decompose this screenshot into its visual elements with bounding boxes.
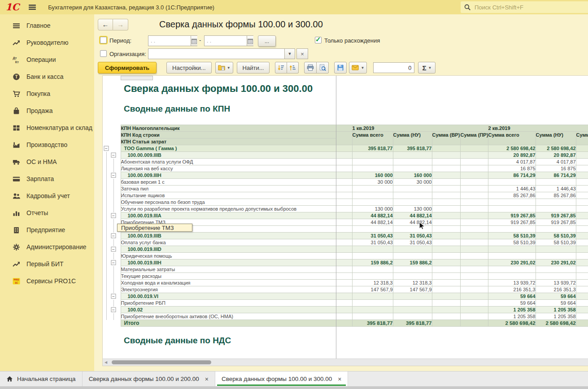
period-to-input[interactable] <box>205 36 247 46</box>
forward-button[interactable]: → <box>113 19 128 30</box>
row-value: 1 205 358 <box>536 313 576 320</box>
period-more-button[interactable]: ... <box>258 35 276 47</box>
tab-close-icon[interactable]: × <box>338 376 341 383</box>
collapse-group-button[interactable]: − <box>111 247 116 252</box>
report-row[interactable]: Электроэнергия147 567,9147 567,9216 351,… <box>103 286 588 293</box>
sortu-icon <box>289 65 296 71</box>
report-row[interactable]: Лицензия на веб кассу16 87516 875 <box>103 165 588 172</box>
report-row[interactable]: Юридическая помощь <box>103 253 588 259</box>
sidebar-item-2[interactable]: ДтКтОперации <box>0 51 94 68</box>
collapse-group-button[interactable]: − <box>111 294 116 299</box>
period-from-input[interactable] <box>148 36 191 46</box>
sidebar-item-13[interactable]: Администрирование <box>0 238 94 255</box>
report-row[interactable]: Холодная вода и канализация12 318,312 31… <box>103 280 588 286</box>
row-value <box>460 172 488 179</box>
report-row[interactable]: −100.00.009.IIIB20 892,8720 892,87 <box>103 152 588 159</box>
collapse-group-button[interactable]: − <box>111 233 116 238</box>
report-row[interactable]: Материальные затраты <box>103 266 588 273</box>
sidebar-item-5[interactable]: Продажа <box>0 102 94 119</box>
only-differences-checkbox[interactable] <box>315 37 322 43</box>
window-tab-2[interactable]: Сверка данных формы 100.00 и 300.00× <box>215 372 348 386</box>
report-row[interactable]: −100.00.019.IIIH159 886,2159 886,2230 29… <box>103 259 588 266</box>
report-row[interactable]: Обучение персонала по безоп труда <box>103 199 588 206</box>
collapse-group-button[interactable]: − <box>111 307 116 312</box>
report-row[interactable]: −100.00.019.VI59 66459 664 <box>103 293 588 300</box>
report-row[interactable]: Приобретение внеоборотных активов (ОС, Н… <box>103 313 588 320</box>
save-button[interactable] <box>334 62 347 73</box>
collapse-group-button[interactable]: − <box>111 260 116 265</box>
window-tab-0[interactable]: Начальная страница <box>0 372 83 386</box>
back-button[interactable]: ← <box>98 19 113 30</box>
period-to-calendar-button[interactable] <box>247 36 253 46</box>
report-row[interactable]: Услуги по разработке проекта нормативов … <box>103 206 588 212</box>
sidebar-item-9[interactable]: Зарплата <box>0 170 94 187</box>
period-from-calendar-button[interactable] <box>191 36 197 46</box>
report-row[interactable]: −100.00.009.IIIH160 000160 00086 714,298… <box>103 172 588 179</box>
grid-icon <box>13 124 20 132</box>
generate-button[interactable]: Сформировать <box>98 62 157 73</box>
sidebar-item-0[interactable]: Главное <box>0 17 94 34</box>
report-row[interactable]: Текущие расходы <box>103 273 588 280</box>
report-row[interactable]: базовая версия 1 с30 00030 000 <box>103 179 588 186</box>
search-input[interactable] <box>474 4 588 11</box>
organization-clear-button[interactable]: × <box>296 48 308 59</box>
find-button[interactable]: Найти... <box>237 62 270 73</box>
report-row[interactable]: Итого395 818,77395 818,772 580 698,422 5… <box>103 320 588 327</box>
period-checkbox[interactable] <box>100 37 107 43</box>
report-row[interactable]: −100.00.019.IIIB31 050,4331 050,4358 510… <box>103 233 588 239</box>
report-row[interactable]: −100.00.019.IIIA44 882,1444 882,14919 26… <box>103 212 588 219</box>
organization-checkbox[interactable] <box>100 50 107 57</box>
trend-icon <box>13 260 20 268</box>
scrollbar-thumb[interactable] <box>112 360 211 364</box>
sidebar-item-1[interactable]: Руководителю <box>0 34 94 51</box>
row-value: 16 875 <box>536 165 576 172</box>
collapse-group-button[interactable]: − <box>111 213 116 218</box>
autosum-button[interactable]: Σ▼ <box>418 62 436 73</box>
expand-groups-button[interactable] <box>287 62 299 73</box>
report-row[interactable]: Заточка пил1 446,431 446,43 <box>103 186 588 192</box>
horizontal-scrollbar[interactable]: ◀ <box>103 359 588 366</box>
collapse-group-button[interactable]: − <box>111 173 116 178</box>
sidebar-item-10[interactable]: Кадровый учет <box>0 187 94 204</box>
sidebar-item-15[interactable]: PRO1CСервисы PRO1C <box>0 272 94 290</box>
window-tab-1[interactable]: Сверка данных формы 100.00 и 200.00× <box>83 372 215 386</box>
report-row[interactable]: −ТОО Gamma ( Гамма )395 818,77395 818,77… <box>103 145 588 152</box>
sum-value-field[interactable] <box>373 62 414 73</box>
preview-icon <box>319 64 326 71</box>
report-row[interactable]: Абонентская плата услуги ОФД4 017,874 01… <box>103 159 588 165</box>
report-row[interactable]: Испытание ящиков85 267,8685 267,86 <box>103 192 588 199</box>
tab-close-icon[interactable]: × <box>205 376 209 383</box>
sidebar-item-8[interactable]: ОС и НМА <box>0 153 94 170</box>
collapse-group-button[interactable]: − <box>111 153 116 158</box>
sidebar-item-11[interactable]: Отчеты <box>0 204 94 221</box>
row-value: 160 000 <box>352 172 393 179</box>
collapse-group-button[interactable]: − <box>104 146 109 151</box>
report-row[interactable]: Приобретение РБП59 66459 664 <box>103 300 588 307</box>
row-value: 919 267,85 <box>488 219 536 226</box>
organization-dropdown-button[interactable]: ▼ <box>284 49 295 59</box>
report-row[interactable]: −100.00.019.IIID <box>103 246 588 253</box>
main-menu-button[interactable] <box>28 3 36 11</box>
collapse-groups-button[interactable] <box>275 62 287 73</box>
report-row[interactable]: Оплата услуг банка31 050,4331 050,4358 5… <box>103 239 588 246</box>
row-label: 100.00.009.IIIB <box>121 152 336 159</box>
sidebar-item-3[interactable]: ТБанк и касса <box>0 68 94 85</box>
scroll-left-arrow-icon[interactable]: ◀ <box>105 360 107 364</box>
sidebar-item-4[interactable]: Покупка <box>0 85 94 102</box>
sidebar-item-12[interactable]: Предприятие <box>0 221 94 238</box>
row-label: Приобретение внеоборотных активов (ОС, Н… <box>121 313 336 320</box>
row-value <box>352 192 393 199</box>
sidebar-item-14[interactable]: Первый БИТ <box>0 255 94 272</box>
row-value <box>352 159 393 165</box>
sidebar-item-7[interactable]: Производство <box>0 136 94 153</box>
print-preview-button[interactable] <box>317 62 329 73</box>
print-button[interactable] <box>304 62 317 73</box>
report-variants-button[interactable]: ▼ <box>215 62 233 73</box>
report-row[interactable]: −100.021 205 3581 205 358 <box>103 307 588 313</box>
row-value <box>393 313 432 320</box>
sidebar-item-6[interactable]: Номенклатура и склад <box>0 119 94 136</box>
send-mail-button[interactable]: ▼ <box>349 62 367 73</box>
settings-button[interactable]: Настройки... <box>166 62 212 73</box>
organization-input[interactable] <box>148 49 284 59</box>
row-value: 147 567,9 <box>393 286 432 293</box>
